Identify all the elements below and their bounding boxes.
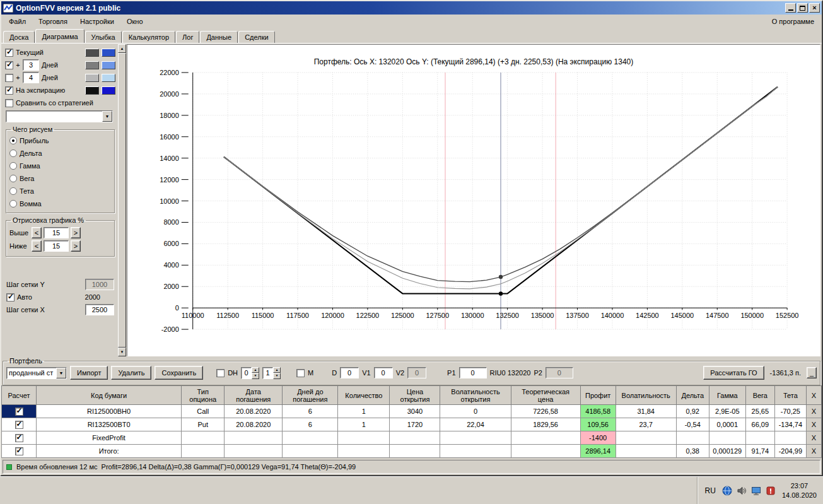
color-swatch-1[interactable] xyxy=(102,86,115,95)
column-header[interactable]: Волатильность xyxy=(616,386,676,405)
menu-file[interactable]: Файл xyxy=(3,16,32,27)
save-button[interactable]: Сохранить xyxy=(155,366,203,380)
days-input[interactable]: 3 xyxy=(23,59,39,71)
column-header[interactable]: Цена открытия xyxy=(390,386,440,405)
sidebar-scrollbar[interactable]: ▲ ▼ xyxy=(118,44,126,356)
v1-input[interactable]: 0 xyxy=(374,367,393,378)
strategy-compare-select[interactable]: ▼ xyxy=(6,110,113,122)
clock[interactable]: 23:07 14.08.2020 xyxy=(782,481,817,500)
radio-option-0[interactable] xyxy=(9,137,17,144)
column-header[interactable]: Гамма xyxy=(709,386,745,405)
m-checkbox[interactable] xyxy=(296,369,305,377)
compare-checkbox[interactable] xyxy=(5,99,13,107)
network-icon[interactable] xyxy=(722,486,732,496)
display-icon[interactable] xyxy=(751,486,761,496)
row-checkbox[interactable] xyxy=(15,434,23,442)
range-below-input[interactable]: 15 xyxy=(44,240,69,252)
calc-go-button[interactable]: Рассчитать ГО xyxy=(703,366,764,380)
radio-option-2[interactable] xyxy=(9,162,17,170)
tab-0[interactable]: Доска xyxy=(3,31,35,43)
range-below-decrement-button[interactable]: < xyxy=(32,240,42,252)
column-header[interactable]: Профит xyxy=(580,386,616,405)
row-checkbox[interactable] xyxy=(15,447,23,455)
language-indicator[interactable]: RU xyxy=(705,486,716,495)
p1-input[interactable]: 0 xyxy=(459,367,487,378)
row-checkbox[interactable] xyxy=(15,421,23,429)
tab-1[interactable]: Диаграмма xyxy=(35,29,84,43)
range-above-input[interactable]: 15 xyxy=(44,227,69,238)
menu-about[interactable]: О программе xyxy=(766,16,820,27)
import-button[interactable]: Импорт xyxy=(70,366,108,380)
row-calc-cell[interactable] xyxy=(2,431,37,445)
row-close-button[interactable]: X xyxy=(806,445,821,458)
row-calc-cell[interactable] xyxy=(2,418,37,431)
chevron-down-icon[interactable]: ▼ xyxy=(102,111,112,122)
row-close-button[interactable]: X xyxy=(806,431,821,445)
menu-trading[interactable]: Торговля xyxy=(32,16,74,27)
column-header[interactable]: Тип опциона xyxy=(182,386,225,405)
tab-5[interactable]: Данные xyxy=(200,31,238,43)
row-checkbox[interactable] xyxy=(15,407,23,416)
color-swatch-0[interactable] xyxy=(85,86,99,95)
column-header[interactable]: X xyxy=(806,386,821,405)
spinner-arrows-icon[interactable]: ▲▼ xyxy=(273,367,281,379)
radio-option-3[interactable] xyxy=(9,175,17,182)
column-header[interactable]: Количество xyxy=(338,386,390,405)
scrollbar-thumb[interactable] xyxy=(118,53,126,348)
column-header[interactable]: Дата погашения xyxy=(225,386,283,405)
color-swatch-1[interactable] xyxy=(102,74,115,82)
dh-checkbox[interactable] xyxy=(216,369,225,377)
alert-icon[interactable] xyxy=(766,486,776,496)
strategy-select[interactable]: проданный ст ▼ xyxy=(6,367,67,379)
menu-window[interactable]: Окно xyxy=(120,16,149,27)
tab-2[interactable]: Улыбка xyxy=(85,31,122,43)
d-input[interactable]: 0 xyxy=(340,367,359,378)
range-above-decrement-button[interactable]: < xyxy=(32,227,42,238)
maximize-button[interactable] xyxy=(797,3,808,13)
layer-checkbox[interactable] xyxy=(5,61,13,69)
color-swatch-1[interactable] xyxy=(102,61,115,69)
scroll-down-icon[interactable]: ▼ xyxy=(118,348,126,356)
column-header[interactable]: Дней до погашения xyxy=(283,386,338,405)
delete-button[interactable]: Удалить xyxy=(111,366,151,380)
row-calc-cell[interactable] xyxy=(2,445,37,458)
column-header[interactable]: Теоретическая цена xyxy=(511,386,580,405)
column-header[interactable]: Код бумаги xyxy=(37,386,182,405)
color-swatch-0[interactable] xyxy=(85,61,99,69)
spinner-arrows-icon[interactable]: ▲▼ xyxy=(252,367,259,379)
dh-spinner-2[interactable]: 1 ▲▼ xyxy=(262,367,281,379)
layer-checkbox[interactable] xyxy=(5,74,13,82)
column-header[interactable]: Вега xyxy=(745,386,774,405)
color-swatch-1[interactable] xyxy=(102,49,115,57)
column-header[interactable]: Тета xyxy=(774,386,806,405)
tab-3[interactable]: Калькулятор xyxy=(122,31,175,43)
tab-6[interactable]: Сделки xyxy=(238,31,275,43)
collapse-button[interactable]: _ xyxy=(807,367,817,378)
volume-icon[interactable] xyxy=(737,486,747,496)
scroll-up-icon[interactable]: ▲ xyxy=(118,44,126,53)
radio-option-1[interactable] xyxy=(9,149,17,157)
chevron-down-icon[interactable]: ▼ xyxy=(56,368,66,378)
column-header[interactable]: Расчет xyxy=(2,386,37,405)
days-input[interactable]: 4 xyxy=(23,72,39,83)
layer-checkbox[interactable] xyxy=(5,49,13,57)
row-close-button[interactable]: X xyxy=(806,418,821,431)
range-above-increment-button[interactable]: > xyxy=(71,227,81,238)
menu-settings[interactable]: Настройки xyxy=(74,16,120,27)
radio-option-5[interactable] xyxy=(9,200,17,208)
layer-checkbox[interactable] xyxy=(5,86,13,95)
radio-option-4[interactable] xyxy=(9,187,17,195)
row-calc-cell[interactable] xyxy=(2,405,37,418)
dh-spinner-1[interactable]: 0 ▲▼ xyxy=(241,367,259,379)
minimize-button[interactable] xyxy=(785,3,796,13)
row-close-button[interactable]: X xyxy=(806,405,821,418)
column-header[interactable]: Дельта xyxy=(676,386,709,405)
column-header[interactable]: Волатильность открытия xyxy=(440,386,511,405)
range-below-increment-button[interactable]: > xyxy=(71,240,81,252)
auto-checkbox[interactable] xyxy=(6,293,15,302)
close-button[interactable]: × xyxy=(809,3,820,13)
grid-step-x-input[interactable]: 2500 xyxy=(85,304,114,315)
color-swatch-0[interactable] xyxy=(85,49,99,57)
tab-4[interactable]: Лог xyxy=(176,31,199,43)
color-swatch-0[interactable] xyxy=(85,74,99,82)
